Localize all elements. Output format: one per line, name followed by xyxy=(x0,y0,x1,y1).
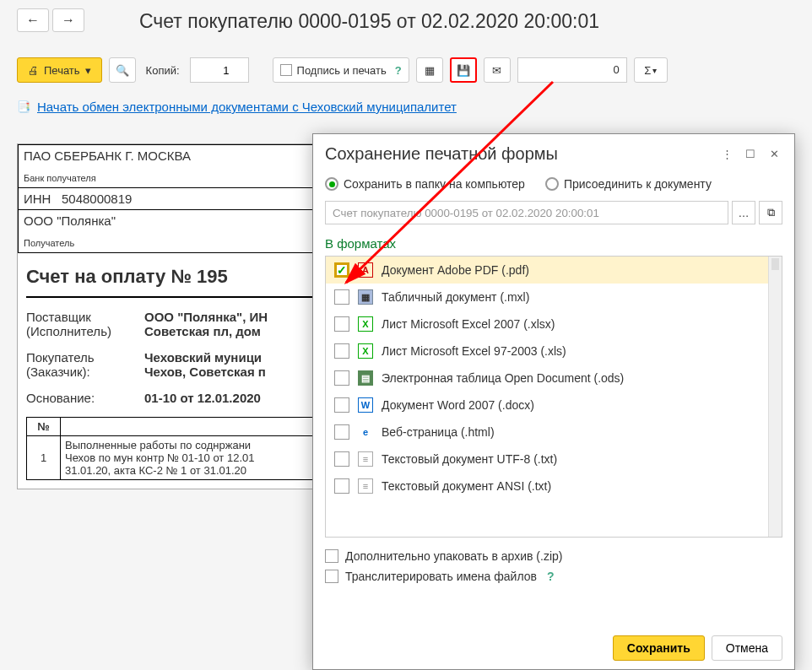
format-item-ods[interactable]: ▤ Электронная таблица Open Document (.od… xyxy=(326,365,782,392)
radio-save-folder[interactable]: Сохранить в папку на компьютер xyxy=(325,177,525,191)
dropdown-icon: ▾ xyxy=(652,66,657,75)
format-label: Текстовый документ ANSI (.txt) xyxy=(382,479,551,493)
format-list[interactable]: A Документ Adobe PDF (.pdf) ▦ Табличный … xyxy=(325,256,782,538)
close-icon[interactable]: ✕ xyxy=(766,146,782,163)
buyer-label: Покупатель xyxy=(26,350,144,365)
mxl-icon: ▦ xyxy=(358,289,373,305)
maximize-icon[interactable]: ☐ xyxy=(742,146,759,163)
sigma-button[interactable]: Σ ▾ xyxy=(634,57,668,83)
grid-icon: ▦ xyxy=(425,64,435,77)
radio-save-label: Сохранить в папку на компьютер xyxy=(344,177,525,191)
help-icon[interactable]: ? xyxy=(547,570,555,583)
format-checkbox[interactable] xyxy=(334,343,349,359)
buyer-addr: Чехов, Советская п xyxy=(144,365,266,379)
format-checkbox[interactable] xyxy=(334,370,349,386)
format-checkbox[interactable] xyxy=(334,289,349,305)
pdf-icon: A xyxy=(358,262,373,278)
excel-icon: X xyxy=(358,343,373,359)
format-item-pdf[interactable]: A Документ Adobe PDF (.pdf) xyxy=(326,257,782,284)
format-checkbox[interactable] xyxy=(334,262,349,278)
radio-attach[interactable]: Присоединить к документу xyxy=(545,177,712,191)
translit-label: Транслитерировать имена файлов xyxy=(345,570,537,583)
floppy-icon: 💾 xyxy=(457,64,470,77)
sign-stamp-button[interactable]: Подпись и печать ? xyxy=(273,57,409,83)
printer-icon: 🖨 xyxy=(28,64,39,77)
exchange-icon: 📑 xyxy=(17,100,30,113)
format-label: Лист Microsoft Excel 97-2003 (.xls) xyxy=(382,344,566,358)
open-button[interactable]: ⧉ xyxy=(759,201,782,224)
company-name: ООО "Полянка" xyxy=(24,213,116,228)
format-label: Текстовый документ UTF-8 (.txt) xyxy=(382,452,557,466)
envelope-icon: ✉ xyxy=(492,64,501,77)
more-icon[interactable]: ⋮ xyxy=(718,146,735,163)
excel-icon: X xyxy=(358,316,373,332)
copies-label: Копий: xyxy=(146,64,180,77)
translit-option[interactable]: Транслитерировать имена файлов ? xyxy=(325,566,782,586)
grid-button[interactable]: ▦ xyxy=(416,57,443,83)
format-checkbox[interactable] xyxy=(334,424,349,440)
forward-button[interactable]: → xyxy=(52,8,84,32)
dialog-title: Сохранение печатной формы xyxy=(325,144,712,164)
save-dialog: Сохранение печатной формы ⋮ ☐ ✕ Сохранит… xyxy=(312,133,795,670)
print-label: Печать xyxy=(44,64,80,77)
copies-field[interactable] xyxy=(190,57,249,83)
formats-label: В форматах xyxy=(313,228,794,256)
preview-button[interactable]: 🔍 xyxy=(109,57,136,83)
format-item-xls[interactable]: X Лист Microsoft Excel 97-2003 (.xls) xyxy=(326,338,782,365)
format-checkbox[interactable] xyxy=(334,397,349,413)
browse-button[interactable]: … xyxy=(732,201,755,224)
save-button[interactable]: 💾 xyxy=(450,57,477,83)
magnifier-icon: 🔍 xyxy=(116,64,129,77)
page-title: Счет покупателю 0000-0195 от 02.02.2020 … xyxy=(139,10,599,33)
translit-checkbox[interactable] xyxy=(325,570,338,583)
basis-value: 01-10 от 12.01.2020 xyxy=(144,391,261,405)
buyer-sublabel: (Заказчик): xyxy=(26,365,144,379)
format-label: Веб-страница (.html) xyxy=(382,425,495,439)
sign-checkbox[interactable] xyxy=(280,64,292,76)
sigma-icon: Σ xyxy=(644,64,651,77)
supplier-name: ООО "Полянка", ИН xyxy=(144,310,268,324)
zip-label: Дополнительно упаковать в архив (.zip) xyxy=(345,549,562,563)
back-button[interactable]: ← xyxy=(17,8,49,32)
save-confirm-button[interactable]: Сохранить xyxy=(613,635,705,661)
format-item-docx[interactable]: W Документ Word 2007 (.docx) xyxy=(326,392,782,419)
txt-icon: ≡ xyxy=(358,478,373,494)
format-checkbox[interactable] xyxy=(334,451,349,467)
format-label: Табличный документ (.mxl) xyxy=(382,290,529,304)
txt-icon: ≡ xyxy=(358,451,373,467)
filename-input[interactable] xyxy=(325,201,728,224)
ods-icon: ▤ xyxy=(358,370,373,386)
supplier-sublabel: (Исполнитель) xyxy=(26,324,144,338)
cancel-button[interactable]: Отмена xyxy=(712,635,782,661)
format-label: Документ Word 2007 (.docx) xyxy=(382,398,534,412)
email-button[interactable]: ✉ xyxy=(484,57,511,83)
exchange-link[interactable]: Начать обмен электронными документами с … xyxy=(37,100,457,114)
format-item-html[interactable]: e Веб-страница (.html) xyxy=(326,419,782,446)
scrollbar[interactable] xyxy=(768,257,782,537)
inn-value: 5048000819 xyxy=(62,192,132,206)
sign-label: Подпись и печать xyxy=(297,64,387,77)
inn-label: ИНН xyxy=(24,192,51,206)
supplier-addr: Советская пл, дом xyxy=(144,324,268,338)
format-label: Документ Adobe PDF (.pdf) xyxy=(382,263,529,277)
format-item-xlsx[interactable]: X Лист Microsoft Excel 2007 (.xlsx) xyxy=(326,311,782,338)
bank-recipient-label: Банк получателя xyxy=(24,173,96,183)
zip-option[interactable]: Дополнительно упаковать в архив (.zip) xyxy=(325,546,782,566)
buyer-name: Чеховский муници xyxy=(144,350,266,365)
format-item-txt-ansi[interactable]: ≡ Текстовый документ ANSI (.txt) xyxy=(326,473,782,500)
format-item-mxl[interactable]: ▦ Табличный документ (.mxl) xyxy=(326,284,782,311)
basis-label: Основание: xyxy=(26,391,144,405)
copies-input[interactable] xyxy=(191,58,233,82)
sum-field[interactable]: 0 xyxy=(517,57,627,83)
format-item-txt-utf8[interactable]: ≡ Текстовый документ UTF-8 (.txt) xyxy=(326,446,782,473)
bank-name: ПАО СБЕРБАНК Г. МОСКВА xyxy=(24,149,191,163)
format-label: Лист Microsoft Excel 2007 (.xlsx) xyxy=(382,317,555,331)
format-checkbox[interactable] xyxy=(334,478,349,494)
zip-checkbox[interactable] xyxy=(325,549,338,563)
radio-icon xyxy=(325,177,338,191)
help-icon[interactable]: ? xyxy=(395,64,402,77)
print-button[interactable]: 🖨 Печать ▾ xyxy=(17,57,102,83)
format-checkbox[interactable] xyxy=(334,316,349,332)
format-label: Электронная таблица Open Document (.ods) xyxy=(382,371,624,385)
col-number: № xyxy=(27,418,61,436)
